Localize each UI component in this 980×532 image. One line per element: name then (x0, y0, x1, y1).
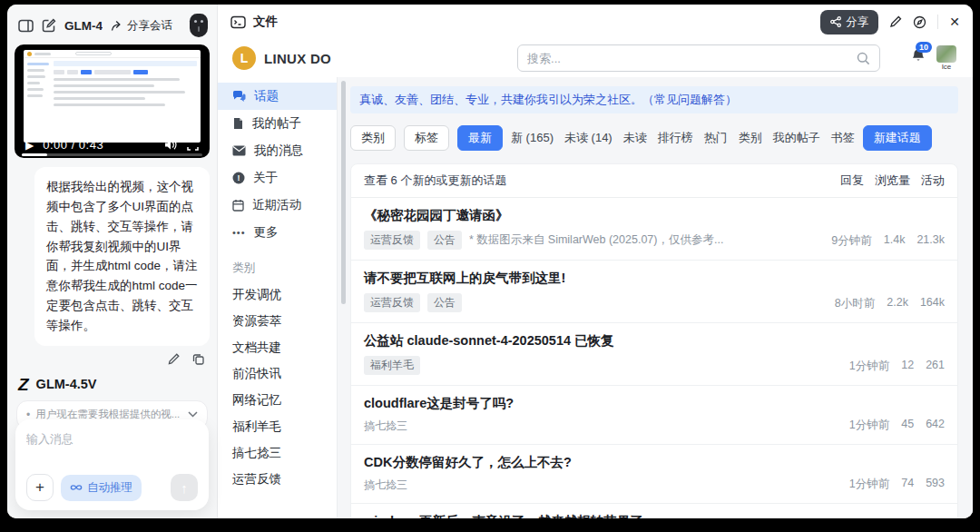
linuxdo-logo[interactable]: L (232, 46, 256, 70)
add-attachment-button[interactable]: + (26, 474, 54, 501)
category-section-label: 类别 (218, 261, 337, 276)
new-chat-icon[interactable] (42, 18, 56, 33)
sidebar-item-my-posts[interactable]: 我的帖子 (218, 110, 337, 137)
video-player[interactable]: ▶ 0:00 / 0:43 (15, 44, 210, 158)
category-dropdown-button[interactable]: 类别 (350, 125, 396, 151)
filter-unread[interactable]: 未读 (623, 130, 647, 146)
tag-pill[interactable]: 福利羊毛 (364, 356, 420, 375)
filter-hot[interactable]: 热门 (704, 130, 728, 146)
share-conversation-button[interactable]: 分享会话 (111, 18, 172, 34)
topic-title[interactable]: 请不要把互联网上的戾气带到这里! (364, 270, 945, 287)
topic-title[interactable]: 《秘密花园园丁邀请函》 (364, 207, 945, 224)
topic-category[interactable]: 搞七捻三 (364, 478, 407, 493)
category-item-resources[interactable]: 资源荟萃 (218, 308, 337, 334)
send-button[interactable]: ↑ (171, 474, 198, 501)
fullscreen-icon[interactable] (187, 139, 199, 151)
category-item-misc[interactable]: 搞七捻三 (218, 439, 337, 466)
filter-new[interactable]: 新 (165) (511, 130, 554, 146)
sidebar-item-label: 我的帖子 (252, 115, 301, 132)
sidebar-item-label: 我的消息 (254, 143, 303, 159)
topic-replies: 2.2k (887, 296, 908, 311)
topic-category[interactable]: 搞七捻三 (364, 419, 407, 434)
search-input[interactable] (527, 52, 857, 65)
model-name: GLM-4.5V (36, 377, 97, 391)
filter-categories[interactable]: 类别 (739, 130, 762, 146)
forum-header: L LINUX DO 10 Ice (218, 39, 973, 77)
category-item-feedback[interactable]: 运营反馈 (218, 466, 337, 492)
topic-row[interactable]: cloudflare这是封号了吗? 搞七捻三 1分钟前 45 642 (351, 386, 957, 445)
sidebar-item-topics[interactable]: 话题 (218, 83, 337, 110)
topic-row[interactable]: 请不要把互联网上的戾气带到这里! 运营反馈 公告 8小时前 2.2k 164k (351, 261, 957, 323)
sidebar-item-about[interactable]: ! 关于 (218, 164, 337, 192)
share-conversation-label: 分享会话 (127, 18, 172, 34)
column-views[interactable]: 浏览量 (875, 172, 910, 189)
ellipsis-icon: ••• (232, 227, 246, 238)
topic-excerpt: * 数据图示来自 SimilarWeb (2025.07)，仅供参考... (469, 232, 723, 248)
latest-tab[interactable]: 最新 (457, 125, 503, 151)
topic-views: 642 (926, 418, 945, 433)
category-item-docs[interactable]: 文档共建 (218, 334, 337, 360)
notifications-button[interactable]: 10 (911, 45, 926, 67)
topic-row[interactable]: windows更新后，声音没了，越来越想转苹果了 搞七捻三 1分钟前 76 47… (351, 504, 957, 518)
topic-list-card: 查看 6 个新的或更新的话题 回复 浏览量 活动 《秘密花园园丁邀请函》 运营反… (350, 163, 958, 518)
category-item-dev[interactable]: 开发调优 (218, 281, 337, 308)
chat-panel: GLM-4 分享会话 (7, 5, 218, 518)
preview-share-button[interactable]: 分享 (820, 10, 878, 34)
forum-search (517, 44, 880, 72)
topic-title[interactable]: cloudflare这是封号了吗? (364, 395, 945, 412)
banner-text: 真诚、友善、团结、专业，共建你我引以为荣之社区。 (359, 93, 642, 106)
toolbar-divider (937, 15, 938, 29)
topic-time: 8小时前 (835, 296, 875, 311)
new-topic-button[interactable]: 新建话题 (863, 125, 932, 151)
auto-reasoning-icon (70, 483, 83, 492)
topic-row[interactable]: CDK分数停留好久了，怎么上不去? 搞七捻三 1分钟前 74 593 (351, 445, 957, 504)
filter-bookmarks[interactable]: 书签 (831, 130, 855, 146)
app-window: GLM-4 分享会话 (7, 5, 973, 518)
filter-links: 新 (165) 未读 (14) 未读 排行榜 热门 类别 我的帖子 书签 (511, 130, 855, 146)
search-icon[interactable] (857, 52, 870, 65)
auto-reasoning-label: 自动推理 (87, 480, 132, 496)
sidebar-item-my-messages[interactable]: 我的消息 (218, 137, 337, 164)
edit-preview-icon[interactable] (889, 15, 902, 28)
tag-pill[interactable]: 运营反馈 (364, 231, 420, 250)
scrollbar-thumb[interactable] (341, 81, 346, 304)
tag-pill[interactable]: 公告 (427, 293, 462, 312)
filter-my-posts[interactable]: 我的帖子 (773, 130, 820, 146)
auto-reasoning-toggle[interactable]: 自动推理 (61, 475, 142, 501)
topic-title[interactable]: windows更新后，声音没了，越来越想转苹果了 (364, 513, 945, 518)
chat-bubbles-icon (232, 90, 246, 103)
filter-unread-count[interactable]: 未读 (14) (564, 130, 612, 146)
tag-dropdown-button[interactable]: 标签 (404, 125, 449, 151)
topic-row[interactable]: 《秘密花园园丁邀请函》 运营反馈 公告 * 数据图示来自 SimilarWeb … (351, 198, 957, 261)
share-nodes-icon (830, 16, 841, 27)
topic-title[interactable]: 公益站 claude-sonnet-4-20250514 已恢复 (364, 332, 945, 350)
faq-link[interactable]: （常见问题解答） (642, 93, 737, 106)
sidebar-item-more[interactable]: ••• 更多 (218, 219, 337, 246)
topic-views: 261 (926, 359, 945, 374)
topic-row[interactable]: 公益站 claude-sonnet-4-20250514 已恢复 福利羊毛 1分… (351, 323, 957, 386)
tag-pill[interactable]: 运营反馈 (364, 293, 420, 312)
filter-leaderboard[interactable]: 排行榜 (658, 130, 693, 146)
chat-header: GLM-4 分享会话 (7, 5, 217, 43)
message-input[interactable] (26, 432, 198, 446)
collapse-sidebar-icon[interactable] (18, 19, 34, 33)
volume-icon[interactable] (164, 139, 178, 151)
topic-title[interactable]: CDK分数停留好久了，怎么上不去? (364, 454, 945, 471)
user-avatar[interactable]: Ice (935, 45, 958, 72)
category-item-memory[interactable]: 网络记忆 (218, 387, 337, 413)
play-icon[interactable]: ▶ (25, 139, 34, 152)
category-item-deals[interactable]: 福利羊毛 (218, 413, 337, 439)
tag-pill[interactable]: 公告 (427, 231, 462, 250)
column-activity[interactable]: 活动 (921, 172, 945, 189)
close-icon[interactable]: ✕ (949, 15, 960, 29)
preview-toolbar: 文件 分享 ✕ (218, 5, 973, 39)
sidebar-item-recent-activity[interactable]: 近期活动 (218, 192, 337, 219)
edit-message-icon[interactable] (168, 353, 180, 365)
browser-compass-icon[interactable] (913, 15, 926, 29)
column-replies[interactable]: 回复 (840, 172, 864, 189)
video-progress-bar[interactable] (22, 153, 202, 156)
forum-brand[interactable]: LINUX DO (264, 51, 331, 66)
copy-message-icon[interactable] (192, 353, 204, 365)
new-topics-notice[interactable]: 查看 6 个新的或更新的话题 (364, 172, 506, 189)
category-item-news[interactable]: 前沿快讯 (218, 360, 337, 387)
